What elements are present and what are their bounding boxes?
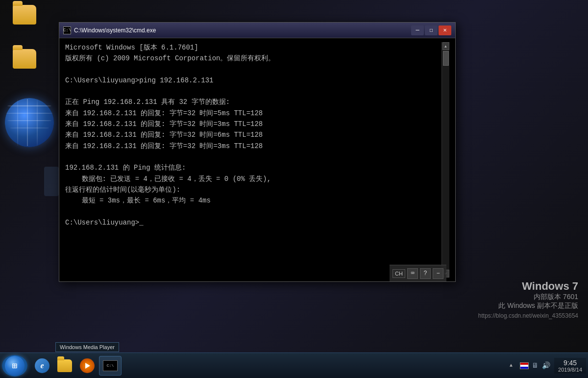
cmd-bottom-toolbar: CH ⌨ ? − — [390, 265, 446, 281]
scrollbar-thumb[interactable] — [443, 51, 449, 66]
left-partial-element — [44, 167, 59, 196]
cmd-taskbar-icon: C:\ — [103, 360, 118, 371]
folder-taskbar-icon — [57, 359, 72, 372]
left-orb-decoration — [5, 98, 54, 147]
toolbar-keyboard-icon[interactable]: ⌨ — [407, 268, 418, 279]
watermark-build: 内部版本 7601 — [478, 293, 578, 302]
tray-icons: 🖥 🔊 — [518, 361, 552, 370]
toolbar-extra-icon[interactable]: − — [433, 268, 443, 279]
cmd-line: 最短 = 3ms，最长 = 6ms，平均 = 4ms — [65, 195, 441, 206]
cmd-maximize-button[interactable]: ☐ — [425, 25, 438, 35]
cmd-line: 数据包: 已发送 = 4，已接收 = 4，丢失 = 0 (0% 丢失), — [65, 174, 441, 184]
start-button[interactable]: ⊞ — [2, 355, 27, 377]
cmd-app-icon: C:\ — [102, 358, 118, 374]
taskbar: ⊞ e Windows Media Player — [0, 353, 588, 378]
cmd-line: 正在 Ping 192.168.2.131 具有 32 字节的数据: — [65, 97, 441, 107]
taskbar-app-ie[interactable]: e — [31, 356, 53, 376]
wmp-play-icon — [85, 363, 90, 369]
cmd-line: 往返行程的估计时间(以毫秒为单位): — [65, 184, 441, 195]
cmd-blank-line — [65, 64, 441, 75]
cmd-title-text: C:\Windows\system32\cmd.exe — [74, 27, 156, 34]
taskbar-items: e Windows Media Player — [31, 356, 504, 376]
tray-volume-icon[interactable]: 🔊 — [541, 361, 550, 370]
tray-time-display: 9:45 — [558, 359, 582, 367]
cmd-line: 来自 192.168.2.131 的回复: 字节=32 时间=3ms TTL=1… — [65, 119, 441, 129]
watermark-win7: Windows 7 — [478, 280, 578, 293]
cmd-blank-line — [65, 151, 441, 162]
tray-monitor-icon[interactable]: 🖥 — [531, 361, 539, 370]
tray-flag — [520, 362, 529, 369]
cmd-titlebar: C:\ C:\Windows\system32\cmd.exe — ☐ ✕ — [59, 23, 455, 38]
cmd-line: 192.168.2.131 的 Ping 统计信息: — [65, 162, 441, 173]
cmd-window-controls: — ☐ ✕ — [411, 25, 451, 35]
explorer-app-icon — [57, 358, 73, 374]
cmd-blank-line — [65, 86, 441, 97]
windows-logo-icon: ⊞ — [12, 360, 18, 371]
cmd-title-icon: C:\ — [63, 26, 71, 34]
taskbar-app-explorer[interactable] — [54, 356, 75, 376]
cmd-line: 版权所有 (c) 2009 Microsoft Corporation。保留所有… — [65, 53, 441, 64]
cmd-minimize-button[interactable]: — — [411, 25, 424, 35]
cmd-line: 来自 192.168.2.131 的回复: 字节=32 时间=3ms TTL=1… — [65, 141, 441, 151]
wmp-app-icon — [79, 358, 95, 374]
desktop: C:\ C:\Windows\system32\cmd.exe — ☐ ✕ Mi… — [0, 0, 588, 378]
toolbar-ch-label: CH — [392, 269, 405, 278]
start-orb: ⊞ — [5, 356, 24, 376]
toolbar-help-icon[interactable]: ? — [420, 268, 431, 279]
watermark-area: Windows 7 内部版本 7601 此 Windows 副本不是正版 htt… — [478, 280, 578, 319]
ie-icon: e — [35, 358, 49, 373]
watermark-url: https://blog.csdn.net/weixin_43553654 — [478, 312, 578, 319]
taskbar-app-wmp[interactable]: Windows Media Player — [76, 356, 98, 376]
cmd-content: Microsoft Windows [版本 6.1.7601]版权所有 (c) … — [59, 38, 455, 281]
tray-clock[interactable]: 9:45 2019/8/14 — [554, 358, 586, 374]
scrollbar-up-button[interactable]: ▲ — [442, 42, 449, 50]
cmd-window: C:\ C:\Windows\system32\cmd.exe — ☐ ✕ Mi… — [59, 22, 456, 282]
cmd-blank-line — [65, 206, 441, 217]
tray-flag-icon[interactable] — [520, 361, 529, 370]
watermark-copy: 此 Windows 副本不是正版 — [478, 302, 578, 310]
cmd-line: Microsoft Windows [版本 6.1.7601] — [65, 42, 441, 53]
cmd-scrollbar[interactable]: ▲ ▼ — [441, 42, 449, 277]
wmp-tooltip: Windows Media Player — [55, 342, 119, 352]
desktop-folder-icon-1[interactable] — [5, 5, 44, 44]
tray-date-display: 2019/8/14 — [558, 367, 582, 373]
folder-icon-2 — [13, 49, 36, 69]
tray-expand-arrow[interactable]: ▲ — [506, 361, 516, 371]
wmp-icon — [80, 358, 95, 373]
cmd-line: 来自 192.168.2.131 的回复: 字节=32 时间=5ms TTL=1… — [65, 108, 441, 119]
cmd-line: C:\Users\liuyuang>_ — [65, 217, 441, 228]
scrollbar-track — [442, 67, 449, 270]
cmd-close-button[interactable]: ✕ — [439, 25, 451, 35]
cmd-text-area[interactable]: Microsoft Windows [版本 6.1.7601]版权所有 (c) … — [65, 42, 441, 277]
desktop-folder-icon-2[interactable] — [5, 49, 44, 88]
desktop-icons-area — [5, 5, 44, 88]
system-tray: ▲ 🖥 🔊 9:45 2019/8/14 — [506, 358, 586, 374]
ie-app-icon: e — [34, 358, 50, 374]
taskbar-app-cmd[interactable]: C:\ — [99, 356, 122, 376]
folder-icon — [13, 5, 36, 25]
cmd-title-left: C:\ C:\Windows\system32\cmd.exe — [63, 26, 156, 34]
cmd-line: 来自 192.168.2.131 的回复: 字节=32 时间=6ms TTL=1… — [65, 129, 441, 140]
cmd-line: C:\Users\liuyuang>ping 192.168.2.131 — [65, 75, 441, 86]
